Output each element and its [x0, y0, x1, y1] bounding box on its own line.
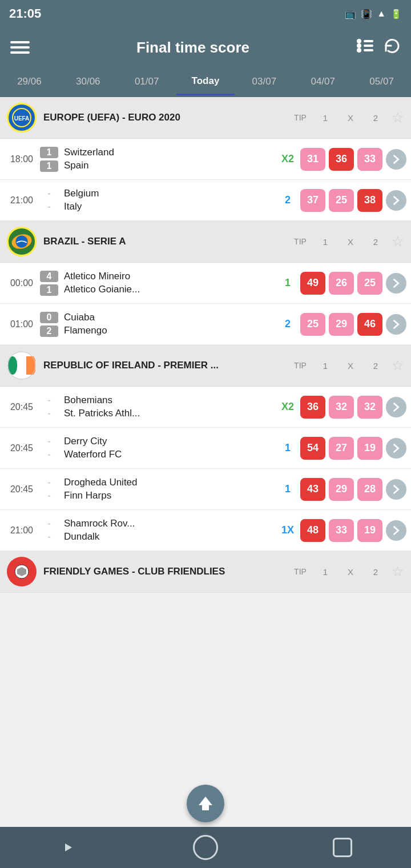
match-detail-arrow[interactable]: [386, 438, 406, 459]
tab-04-07[interactable]: 04/07: [293, 69, 352, 94]
odds-2[interactable]: 38: [357, 189, 382, 212]
match-time: 00:00: [5, 278, 39, 288]
tab-01-07[interactable]: 01/07: [118, 69, 176, 94]
hamburger-menu[interactable]: [10, 41, 30, 54]
odds-2[interactable]: 28: [357, 478, 382, 501]
league-name-brazil: BRAZIL - SERIE A: [43, 236, 288, 247]
league-name-uefa: EUROPE (UEFA) - EURO 2020: [43, 112, 288, 123]
svg-point-0: [357, 39, 361, 43]
wifi-icon: ▲: [377, 9, 386, 19]
odds-1[interactable]: 31: [300, 148, 325, 171]
odds-1[interactable]: 36: [300, 396, 325, 419]
league-tip-labels-ireland: TIP 1 X 2: [288, 361, 388, 371]
match-detail-arrow[interactable]: [386, 273, 406, 294]
odds-1[interactable]: 37: [300, 189, 325, 212]
match-detail-arrow[interactable]: [386, 520, 406, 541]
score-home: -: [47, 395, 51, 407]
score-home: 1: [40, 147, 58, 158]
score-home: -: [47, 518, 51, 530]
odds-2[interactable]: 19: [357, 437, 382, 460]
odds-x[interactable]: 29: [329, 478, 354, 501]
col3-label: 2: [363, 237, 388, 247]
odds-2[interactable]: 25: [357, 272, 382, 295]
tip-label: TIP: [288, 567, 313, 576]
score-box: - -: [39, 187, 59, 214]
favorite-star-friendly[interactable]: ☆: [392, 564, 404, 580]
match-detail-arrow[interactable]: [386, 397, 406, 417]
recent-apps-button[interactable]: [325, 830, 360, 865]
tab-29-06[interactable]: 29/06: [0, 69, 59, 94]
home-button[interactable]: [188, 830, 223, 865]
hamburger-line-1: [10, 41, 30, 43]
hamburger-line-3: [10, 51, 30, 54]
col1-label: 1: [313, 237, 338, 247]
score-away: -: [47, 490, 51, 502]
recent-square-icon: [333, 838, 352, 857]
col3-label: 2: [363, 567, 388, 577]
score-home: -: [47, 436, 51, 448]
tab-30-06[interactable]: 30/06: [59, 69, 118, 94]
match-teams: Atletico Mineiro Atletico Goianie...: [64, 271, 271, 295]
odds-2[interactable]: 32: [357, 396, 382, 419]
refresh-icon[interactable]: [384, 37, 401, 58]
match-tip: 1: [275, 442, 300, 454]
league-logo-uefa: UEFA: [7, 103, 37, 132]
score-home: -: [47, 188, 51, 200]
favorite-star-brazil[interactable]: ☆: [392, 234, 404, 250]
odds-x[interactable]: 26: [329, 272, 354, 295]
match-detail-arrow[interactable]: [386, 314, 406, 335]
team-home: Switzerland: [64, 147, 271, 158]
odds-group: 25 29 46: [300, 313, 382, 336]
odds-1[interactable]: 43: [300, 478, 325, 501]
league-tip-labels-uefa: TIP 1 X 2: [288, 113, 388, 123]
odds-group: 31 36 33: [300, 148, 382, 171]
odds-1[interactable]: 54: [300, 437, 325, 460]
odds-2[interactable]: 19: [357, 519, 382, 542]
odds-x[interactable]: 27: [329, 437, 354, 460]
odds-x[interactable]: 25: [329, 189, 354, 212]
match-row: 00:00 4 1 Atletico Mineiro Atletico Goia…: [0, 263, 411, 304]
odds-x[interactable]: 32: [329, 396, 354, 419]
bottom-nav: [0, 827, 411, 868]
match-time: 18:00: [5, 154, 39, 164]
odds-2[interactable]: 46: [357, 313, 382, 336]
match-detail-arrow[interactable]: [386, 479, 406, 500]
match-detail-arrow[interactable]: [386, 190, 406, 211]
tab-05-07[interactable]: 05/07: [352, 69, 411, 94]
league-name-friendly: FRIENDLY GAMES - CLUB FRIENDLIES: [43, 566, 288, 577]
odds-x[interactable]: 36: [329, 148, 354, 171]
score-away: 1: [40, 284, 58, 296]
team-away: Spain: [64, 160, 271, 171]
match-time: 20:45: [5, 402, 39, 412]
status-icons: 📺 📳 ▲ 🔋: [345, 9, 402, 19]
list-icon[interactable]: [356, 38, 373, 57]
odds-1[interactable]: 48: [300, 519, 325, 542]
odds-2[interactable]: 33: [357, 148, 382, 171]
odds-1[interactable]: 49: [300, 272, 325, 295]
match-tip: 1: [275, 277, 300, 289]
match-time: 21:00: [5, 525, 39, 536]
tab-03-07[interactable]: 03/07: [235, 69, 293, 94]
match-teams: Derry City Waterford FC: [64, 436, 271, 460]
score-box: - -: [39, 435, 59, 461]
tab-today[interactable]: Today: [176, 69, 235, 95]
odds-1[interactable]: 25: [300, 313, 325, 336]
match-detail-arrow[interactable]: [386, 149, 406, 170]
league-tip-labels-brazil: TIP 1 X 2: [288, 237, 388, 247]
odds-x[interactable]: 33: [329, 519, 354, 542]
col1-label: 1: [313, 113, 338, 123]
back-button[interactable]: [51, 830, 86, 865]
odds-x[interactable]: 29: [329, 313, 354, 336]
status-bar: 21:05 📺 📳 ▲ 🔋: [0, 0, 411, 27]
team-away: St. Patricks Athl...: [64, 408, 271, 419]
team-home: Drogheda United: [64, 477, 271, 488]
hamburger-line-2: [10, 46, 30, 49]
favorite-star-ireland[interactable]: ☆: [392, 357, 404, 373]
date-tabs: 29/06 30/06 01/07 Today 03/07 04/07 05/0…: [0, 67, 411, 97]
favorite-star-uefa[interactable]: ☆: [392, 110, 404, 126]
match-row: 01:00 0 2 Cuiaba Flamengo 2 25 29 46: [0, 304, 411, 345]
match-teams: Switzerland Spain: [64, 147, 271, 171]
col2-label: X: [338, 237, 363, 247]
scroll-up-button[interactable]: [187, 785, 224, 822]
match-time: 01:00: [5, 319, 39, 329]
